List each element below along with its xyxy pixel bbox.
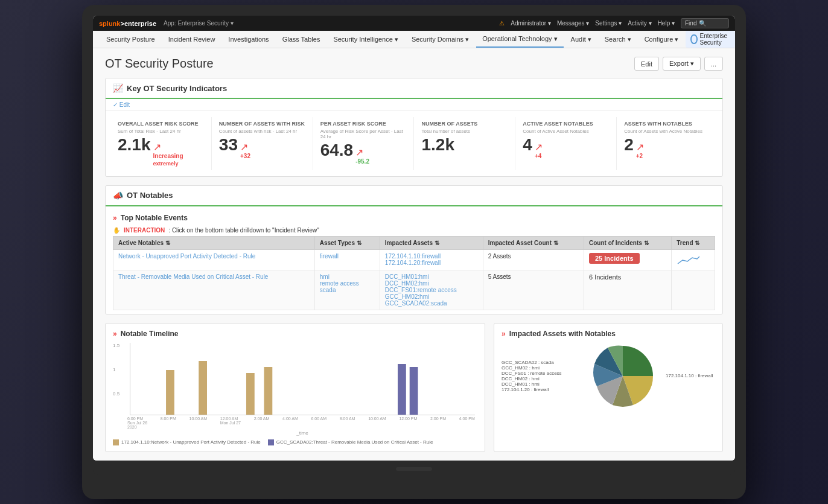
search-placeholder: Find <box>685 20 696 27</box>
kpi-assets-risk-sublabel: Count of assets with risk - Last 24 hr <box>219 129 305 134</box>
pie-right-label: 172.104.1.10 : firewall <box>666 373 713 378</box>
legend-label-1: 172.104.1.10:Network - Unapproved Port A… <box>121 439 261 445</box>
pie-chart <box>590 343 656 409</box>
admin-menu[interactable]: Administrator ▾ <box>511 20 551 27</box>
kpi-assets-risk-delta: +32 <box>240 153 250 159</box>
pie-label-6: 172.104.1.20 : firewall <box>502 387 549 392</box>
notable-name-1[interactable]: Network - Unapproved Port Activity Detec… <box>113 249 315 270</box>
settings-menu[interactable]: Settings ▾ <box>595 20 622 27</box>
legend-color-1 <box>113 439 119 445</box>
page-title: OT Security Posture <box>105 57 214 71</box>
splunk-logo: splunk>enterprise <box>99 20 156 27</box>
svg-rect-5 <box>410 367 418 415</box>
pie-label-3: DCC_FS01 : remote access <box>502 371 562 376</box>
pie-container: GCC_SCADA02 : scada GCC_HM02 : hmi DCC_F… <box>502 343 715 409</box>
col-incidents[interactable]: Count of Incidents ⇅ <box>584 236 672 249</box>
col-active-notables[interactable]: Active Notables ⇅ <box>113 236 315 249</box>
top-notable-events-label: Top Notable Events <box>121 214 188 222</box>
kpi-assets-risk-arrow: ↗ <box>240 141 248 153</box>
nav-configure[interactable]: Configure ▾ <box>639 32 685 47</box>
table-row[interactable]: Network - Unapproved Port Activity Detec… <box>113 249 715 270</box>
legend-label-2: GCC_SCADA02:Threat - Removable Media Use… <box>276 439 433 445</box>
incidents-1: 25 Incidents <box>584 249 672 270</box>
x-label-1: 6:00 PMSun Jul 262020 <box>127 416 147 429</box>
kpi-active-notables-sublabel: Count of Active Asset Notables <box>523 129 609 134</box>
edit-button[interactable]: Edit <box>634 57 659 71</box>
top-nav-right: ⚠ Administrator ▾ Messages ▾ Settings ▾ … <box>499 18 729 28</box>
nav-incident-review[interactable]: Incident Review <box>162 32 221 46</box>
help-menu[interactable]: Help ▾ <box>658 20 675 27</box>
interaction-text: : Click on the bottom table drilldown to… <box>168 227 319 234</box>
app-selector[interactable]: App: Enterprise Security ▾ <box>164 20 234 27</box>
timeline-label: Notable Timeline <box>121 330 179 338</box>
nav-search[interactable]: Search ▾ <box>599 32 637 47</box>
nav-security-posture[interactable]: Security Posture <box>100 32 161 46</box>
kpi-active-notables-delta: +4 <box>535 153 541 159</box>
table-row[interactable]: Threat - Removable Media Used on Critica… <box>113 270 715 310</box>
page-header: OT Security Posture Edit Export ▾ ... <box>105 57 723 71</box>
search-box[interactable]: Find 🔍 <box>681 18 729 28</box>
impacted-assets-1: 172.104.1.10:firewall 172.104.1.20:firew… <box>380 249 483 270</box>
main-content: OT Security Posture Edit Export ▾ ... 📈 … <box>93 48 735 461</box>
chart-icon: 📈 <box>113 83 123 93</box>
activity-menu[interactable]: Activity ▾ <box>628 20 651 27</box>
pie-legend-item-6: 172.104.1.20 : firewall <box>502 387 580 392</box>
nav-investigations[interactable]: Investigations <box>222 32 275 46</box>
nav-audit[interactable]: Audit ▾ <box>565 32 597 47</box>
kpi-per-asset-value: 64.8 <box>320 142 354 159</box>
secondary-navigation: Security Posture Incident Review Investi… <box>93 31 735 48</box>
messages-menu[interactable]: Messages ▾ <box>557 20 589 27</box>
more-button[interactable]: ... <box>704 57 723 71</box>
kpi-assets-risk-value: 33 <box>219 136 238 153</box>
nav-glass-tables[interactable]: Glass Tables <box>276 32 326 46</box>
legend-item-2: GCC_SCADA02:Threat - Removable Media Use… <box>268 439 433 445</box>
page-header-buttons: Edit Export ▾ ... <box>634 57 723 71</box>
kpi-edit-bar[interactable]: ✓ Edit <box>106 99 722 111</box>
chart-x-labels: 6:00 PMSun Jul 262020 8:00 PM 10:00 AM 1… <box>127 416 477 429</box>
svg-rect-0 <box>166 370 174 415</box>
x-label-6: 4:00 AM <box>282 416 298 429</box>
kpi-per-asset-arrow: ↗ <box>355 147 363 158</box>
asset-types-1: firewall <box>314 249 380 270</box>
kpi-num-assets-value: 1.2k <box>421 136 454 153</box>
notable-name-2[interactable]: Threat - Removable Media Used on Critica… <box>113 270 315 310</box>
chart-y-axis: 1.5 1 0.5 <box>113 343 119 415</box>
kpi-assets-notables-label: ASSETS WITH NOTABLES <box>624 121 710 127</box>
export-button[interactable]: Export ▾ <box>663 57 701 71</box>
pie-legend-left: GCC_SCADA02 : scada GCC_HM02 : hmi DCC_F… <box>502 360 580 392</box>
kpi-active-notables: ACTIVE ASSET NOTABLES Count of Active As… <box>515 117 617 170</box>
nav-security-intelligence[interactable]: Security Intelligence ▾ <box>327 32 404 47</box>
globe-icon <box>690 34 697 44</box>
x-label-11: 2:00 PM <box>430 416 446 429</box>
col-trend[interactable]: Trend ⇅ <box>672 236 715 249</box>
interaction-label: INTERACTION <box>124 227 165 234</box>
col-asset-types[interactable]: Asset Types ⇅ <box>314 236 380 249</box>
kpi-per-asset-risk: PER ASSET RISK SCORE Average of Risk Sco… <box>313 117 415 170</box>
impacted-assets-title: » Impacted Assets with Notables <box>502 330 715 338</box>
x-label-10: 12:00 PM <box>399 416 417 429</box>
kpi-number-assets: NUMBER OF ASSETS Total number of assets … <box>414 117 515 170</box>
kpi-assets-notables-value: 2 <box>624 136 634 153</box>
alert-icon: ⚠ <box>499 20 505 27</box>
kpi-num-assets-sublabel: Total number of assets <box>421 129 508 134</box>
bottom-grid: » Notable Timeline 1.5 1 0.5 <box>105 323 723 452</box>
col-impacted-count[interactable]: Impacted Asset Count ⇅ <box>483 236 584 249</box>
laptop-notch <box>396 467 432 471</box>
col-impacted-assets[interactable]: Impacted Assets ⇅ <box>380 236 483 249</box>
kpi-overall-risk-delta: Increasing <box>153 153 183 159</box>
chart-area <box>130 343 475 415</box>
x-label-8: 8:00 AM <box>340 416 355 429</box>
kpi-per-asset-delta: -95.2 <box>355 158 369 165</box>
impacted-assets-2: DCC_HM01:hmi DCC_HM02:hmi DCC_FS01:remot… <box>380 270 483 310</box>
nav-security-domains[interactable]: Security Domains ▾ <box>406 32 475 47</box>
enterprise-security-label: Enterprise Security <box>700 33 730 46</box>
kpi-assets-notables-sublabel: Count of Assets with Active Notables <box>624 129 710 134</box>
kpi-active-notables-label: ACTIVE ASSET NOTABLES <box>523 121 609 127</box>
y-label-1.5: 1.5 <box>113 343 119 348</box>
incidents-2: 6 Incidents <box>584 270 672 310</box>
nav-operational-technology[interactable]: Operational Technology ▾ <box>476 31 563 48</box>
notables-table: Active Notables ⇅ Asset Types ⇅ Impacted… <box>113 236 715 310</box>
kpi-panel-header: 📈 Key OT Security Indicators <box>106 78 722 99</box>
asset-count-1: 2 Assets <box>483 249 584 270</box>
y-label-0.5: 0.5 <box>113 391 119 397</box>
